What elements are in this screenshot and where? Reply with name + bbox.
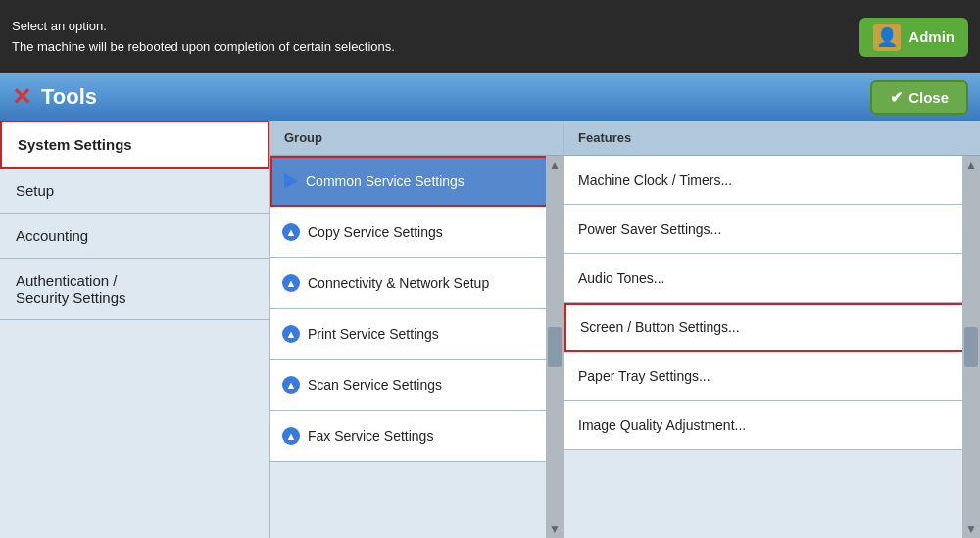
group-item-scan-service-label: Scan Service Settings: [308, 377, 442, 393]
admin-badge[interactable]: 👤 Admin: [859, 18, 968, 57]
scroll-up-icon[interactable]: ▲: [549, 158, 561, 171]
feature-item-machine-clock[interactable]: Machine Clock / Timers...: [564, 156, 980, 205]
group-item-connectivity-label: Connectivity & Network Setup: [308, 275, 489, 291]
middle-scrollbar[interactable]: ▲ ▼: [546, 156, 564, 538]
close-label: Close: [908, 89, 949, 106]
circle-arrow-icon-2: ▲: [282, 274, 300, 292]
group-item-common-service-label: Common Service Settings: [306, 173, 465, 189]
play-icon: [284, 173, 298, 189]
right-scroll-up-icon[interactable]: ▲: [965, 158, 977, 171]
right-panel-header: Features: [564, 121, 980, 156]
circle-arrow-icon-5: ▲: [282, 427, 300, 445]
sidebar-item-auth-security[interactable]: Authentication /Security Settings: [0, 259, 270, 320]
middle-items-list: Common Service Settings ▲ Copy Service S…: [270, 156, 564, 538]
group-item-print-service-label: Print Service Settings: [308, 326, 439, 342]
right-scroll-down-icon[interactable]: ▼: [965, 522, 977, 536]
group-item-connectivity[interactable]: ▲ Connectivity & Network Setup: [270, 258, 564, 309]
feature-item-paper-tray[interactable]: Paper Tray Settings...: [564, 352, 980, 401]
middle-panel-header: Group: [270, 121, 564, 156]
sidebar-item-accounting[interactable]: Accounting: [0, 214, 270, 259]
left-panel: System Settings Setup Accounting Authent…: [0, 121, 270, 538]
checkmark-icon: ✔: [890, 88, 903, 107]
header-line2: The machine will be rebooted upon comple…: [12, 37, 395, 58]
right-scroll-thumb[interactable]: [964, 327, 978, 367]
toolbar-x-icon: ✕: [12, 83, 31, 111]
circle-arrow-icon: ▲: [282, 223, 300, 241]
feature-item-screen-button[interactable]: Screen / Button Settings...: [564, 303, 980, 352]
header-line1: Select an option.: [12, 17, 395, 37]
scroll-thumb[interactable]: [548, 327, 562, 367]
toolbar-title: ✕ Tools: [12, 83, 97, 111]
sidebar-item-setup[interactable]: Setup: [0, 169, 270, 214]
feature-item-power-saver[interactable]: Power Saver Settings...: [564, 205, 980, 254]
right-panel: Features Machine Clock / Timers... Power…: [564, 121, 980, 538]
group-item-copy-service-label: Copy Service Settings: [308, 224, 443, 240]
feature-item-audio-tones[interactable]: Audio Tones...: [564, 254, 980, 303]
right-items-list: Machine Clock / Timers... Power Saver Se…: [564, 156, 980, 538]
sidebar-item-system-settings[interactable]: System Settings: [0, 121, 270, 169]
header: Select an option. The machine will be re…: [0, 0, 980, 73]
group-item-fax-service[interactable]: ▲ Fax Service Settings: [270, 411, 564, 462]
close-button[interactable]: ✔ Close: [870, 80, 968, 115]
feature-item-image-quality[interactable]: Image Quality Adjustment...: [564, 401, 980, 450]
admin-icon: 👤: [873, 24, 901, 51]
group-item-copy-service[interactable]: ▲ Copy Service Settings: [270, 207, 564, 258]
group-item-scan-service[interactable]: ▲ Scan Service Settings: [270, 360, 564, 411]
header-text: Select an option. The machine will be re…: [12, 17, 395, 58]
middle-panel: Group Common Service Settings ▲ Copy Ser…: [270, 121, 564, 538]
group-item-fax-service-label: Fax Service Settings: [308, 428, 433, 444]
toolbar: ✕ Tools ✔ Close: [0, 73, 980, 121]
group-item-print-service[interactable]: ▲ Print Service Settings: [270, 309, 564, 360]
scroll-down-icon[interactable]: ▼: [549, 522, 561, 536]
right-scrollbar[interactable]: ▲ ▼: [962, 156, 980, 538]
admin-label: Admin: [908, 28, 955, 45]
toolbar-title-label: Tools: [41, 84, 97, 110]
group-item-common-service[interactable]: Common Service Settings: [270, 156, 564, 207]
main-content: System Settings Setup Accounting Authent…: [0, 121, 980, 538]
circle-arrow-icon-4: ▲: [282, 376, 300, 394]
circle-arrow-icon-3: ▲: [282, 325, 300, 343]
